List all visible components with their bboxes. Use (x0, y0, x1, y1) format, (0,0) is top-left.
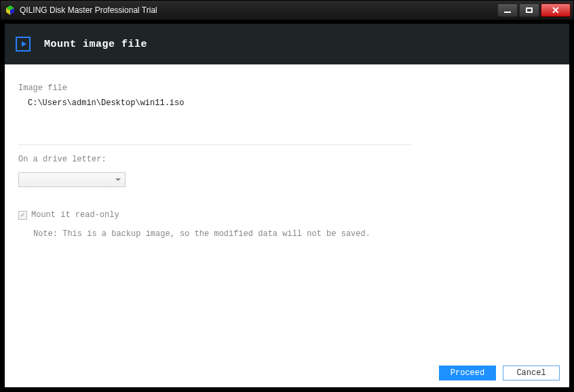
window-body: Mount image file Image file C:\Users\adm… (1, 20, 573, 391)
content-area: Image file C:\Users\admin\Desktop\win11.… (5, 64, 569, 360)
panel-title: Mount image file (44, 39, 147, 50)
title-bar[interactable]: QILING Disk Master Professional Trial (1, 1, 573, 20)
divider (18, 144, 412, 145)
play-icon (16, 37, 31, 52)
footer: Proceed Cancel (5, 360, 569, 387)
main-panel: Mount image file Image file C:\Users\adm… (5, 24, 569, 387)
app-window: QILING Disk Master Professional Trial Mo… (0, 0, 574, 392)
note-text: Note: This is a backup image, so the mod… (33, 229, 556, 239)
cancel-button[interactable]: Cancel (503, 366, 560, 380)
close-button[interactable] (541, 3, 571, 17)
driveletter-select[interactable] (18, 172, 126, 187)
minimize-button[interactable] (497, 3, 518, 17)
maximize-button[interactable] (519, 3, 539, 17)
readonly-checkbox[interactable]: ✓ (18, 211, 27, 220)
proceed-button[interactable]: Proceed (439, 366, 496, 380)
driveletter-label: On a drive letter: (18, 155, 556, 164)
imagefile-path: C:\Users\admin\Desktop\win11.iso (28, 98, 556, 108)
readonly-row: ✓ Mount it read-only (18, 210, 556, 220)
window-title: QILING Disk Master Professional Trial (20, 5, 497, 15)
readonly-label: Mount it read-only (31, 210, 119, 220)
imagefile-label: Image file (18, 83, 556, 93)
app-logo-icon (5, 5, 16, 16)
panel-header: Mount image file (5, 24, 569, 64)
